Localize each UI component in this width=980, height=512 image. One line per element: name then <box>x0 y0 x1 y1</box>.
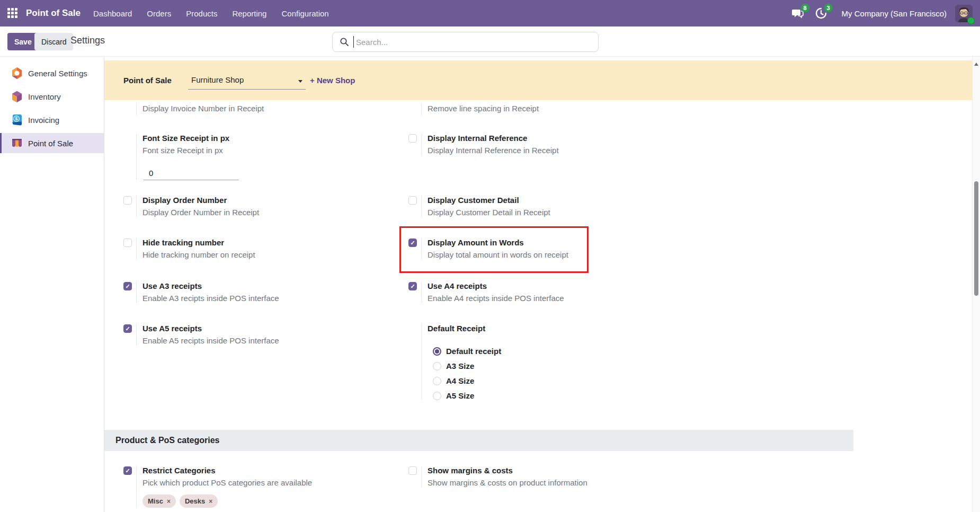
setting-use-a3: ✓ Use A3 receipts Enable A3 recipts insi… <box>123 281 399 303</box>
scroll-up-icon[interactable] <box>974 63 978 66</box>
remove-tag-icon[interactable]: × <box>167 498 171 505</box>
hide-tracking-checkbox[interactable]: ✓ <box>123 239 132 247</box>
setting-desc: Enable A3 recipts inside POS interface <box>142 294 399 303</box>
text-cursor <box>353 36 354 48</box>
apps-menu-icon[interactable] <box>7 8 18 19</box>
shop-select[interactable]: Furniture Shop <box>188 75 306 90</box>
sidebar-item-label: General Settings <box>28 69 87 78</box>
radio-icon[interactable] <box>433 347 441 356</box>
setting-default-receipt: Default Receipt Default receipt A3 Size … <box>408 324 684 400</box>
radio-label: A5 Size <box>446 391 474 400</box>
scrollbar-thumb[interactable] <box>974 181 978 296</box>
setting-desc: Enable A5 recipts inside POS interface <box>142 336 399 346</box>
top-navbar: Point of Sale Dashboard Orders Products … <box>0 0 980 27</box>
setting-label: Use A3 receipts <box>142 281 399 291</box>
setting-desc: Remove line spacing in Receipt <box>427 104 684 113</box>
messages-badge: 8 <box>801 4 809 12</box>
sidebar-item-label: Inventory <box>28 92 61 101</box>
sidebar-item-general-settings[interactable]: General Settings <box>0 63 104 83</box>
internal-reference-checkbox[interactable]: ✓ <box>408 134 417 143</box>
sidebar-item-inventory[interactable]: Inventory <box>0 86 104 107</box>
category-tags: Misc × Desks × <box>142 495 399 508</box>
messages-icon[interactable]: 8 <box>791 6 805 20</box>
general-settings-icon <box>11 67 23 80</box>
page-title: Settings <box>70 35 105 46</box>
setting-line-spacing: Remove line spacing in Receipt <box>408 103 684 116</box>
radio-label: A3 Size <box>446 361 474 370</box>
menu-configuration[interactable]: Configuration <box>281 9 328 18</box>
setting-label: Display Amount in Words <box>427 238 684 248</box>
setting-label: Hide tracking number <box>142 238 399 248</box>
font-size-input[interactable] <box>144 169 239 180</box>
control-panel: Save Discard Settings <box>0 27 980 57</box>
radio-icon[interactable] <box>433 362 441 370</box>
setting-desc: Display Order Number in Receipt <box>142 208 399 217</box>
use-a4-checkbox[interactable]: ✓ <box>408 282 417 290</box>
discard-button[interactable]: Discard <box>34 33 73 50</box>
activities-badge: 3 <box>824 4 833 12</box>
menu-reporting[interactable]: Reporting <box>232 9 266 18</box>
activities-icon[interactable]: 3 <box>814 6 828 20</box>
radio-icon[interactable] <box>433 377 441 385</box>
sidebar-item-invoicing[interactable]: $ Invoicing <box>0 110 104 130</box>
use-a5-checkbox[interactable]: ✓ <box>123 324 132 333</box>
setting-internal-reference: ✓ Display Internal Reference Display Int… <box>408 134 684 155</box>
check-icon: ✓ <box>125 468 130 474</box>
setting-desc: Font size Receipt in px <box>142 146 399 155</box>
menu-orders[interactable]: Orders <box>147 9 171 18</box>
setting-restrict-categories: ✓ Restrict Categories Pick which product… <box>123 466 399 508</box>
search-input[interactable] <box>355 37 598 47</box>
setting-desc: Display Invoice Number in Receipt <box>142 104 399 113</box>
save-button[interactable]: Save <box>7 33 39 50</box>
radio-icon[interactable] <box>433 392 441 400</box>
tag-desks[interactable]: Desks × <box>180 495 218 508</box>
setting-label: Display Order Number <box>142 196 399 205</box>
setting-desc: Display total amount in words on receipt <box>427 250 684 260</box>
setting-desc: Hide tracking number on receipt <box>142 250 399 260</box>
radio-a5-size[interactable]: A5 Size <box>427 391 684 400</box>
use-a3-checkbox[interactable]: ✓ <box>123 282 132 290</box>
shop-banner: Point of Sale Furniture Shop + New Shop <box>104 60 972 100</box>
customer-detail-checkbox[interactable]: ✓ <box>408 196 417 205</box>
order-number-checkbox[interactable]: ✓ <box>123 196 132 205</box>
setting-label: Use A4 receipts <box>427 281 684 291</box>
menu-products[interactable]: Products <box>186 9 217 18</box>
odoo-pos-settings-screen: Point of Sale Dashboard Orders Products … <box>0 0 980 512</box>
navbar-right: 8 3 My Company (San Francisco) <box>791 5 973 22</box>
new-shop-link[interactable]: + New Shop <box>310 76 355 85</box>
inventory-icon <box>11 90 23 103</box>
setting-invoice-number: Display Invoice Number in Receipt <box>123 103 399 116</box>
search-box[interactable] <box>332 32 599 52</box>
sidebar-item-label: Point of Sale <box>28 139 73 148</box>
setting-use-a5: ✓ Use A5 receipts Enable A5 recipts insi… <box>123 324 399 346</box>
setting-amount-in-words: ✓ Display Amount in Words Display total … <box>408 238 684 260</box>
app-brand[interactable]: Point of Sale <box>26 8 81 19</box>
radio-label: Default receipt <box>446 347 501 356</box>
section-title: Product & PoS categories <box>115 436 220 445</box>
settings-sidebar: General Settings Inventory $ <box>0 57 104 512</box>
setting-label: Display Internal Reference <box>427 134 684 143</box>
setting-desc: Enable A4 recipts inside POS interface <box>427 294 684 303</box>
tag-misc[interactable]: Misc × <box>142 495 176 508</box>
shop-select-value: Furniture Shop <box>191 75 244 84</box>
radio-a4-size[interactable]: A4 Size <box>427 376 684 385</box>
remove-tag-icon[interactable]: × <box>209 498 212 505</box>
tag-label: Misc <box>148 497 163 505</box>
main-menu: Dashboard Orders Products Reporting Conf… <box>93 9 329 18</box>
setting-desc: Show margins & costs on product informat… <box>427 478 684 488</box>
show-margins-checkbox[interactable]: ✓ <box>408 466 417 475</box>
setting-label: Display Customer Detail <box>427 196 684 205</box>
radio-default-receipt[interactable]: Default receipt <box>427 347 684 356</box>
user-avatar[interactable] <box>955 5 973 22</box>
radio-a3-size[interactable]: A3 Size <box>427 361 684 370</box>
company-switcher[interactable]: My Company (San Francisco) <box>842 9 947 18</box>
menu-dashboard[interactable]: Dashboard <box>93 9 132 18</box>
setting-hide-tracking: ✓ Hide tracking number Hide tracking num… <box>123 238 399 260</box>
amount-in-words-checkbox[interactable]: ✓ <box>408 239 417 247</box>
setting-label: Default Receipt <box>427 324 684 333</box>
vertical-scrollbar[interactable] <box>972 57 980 512</box>
point-of-sale-icon <box>11 137 23 149</box>
restrict-categories-checkbox[interactable]: ✓ <box>123 466 132 475</box>
sidebar-item-point-of-sale[interactable]: Point of Sale <box>0 133 104 153</box>
tag-label: Desks <box>185 497 205 505</box>
